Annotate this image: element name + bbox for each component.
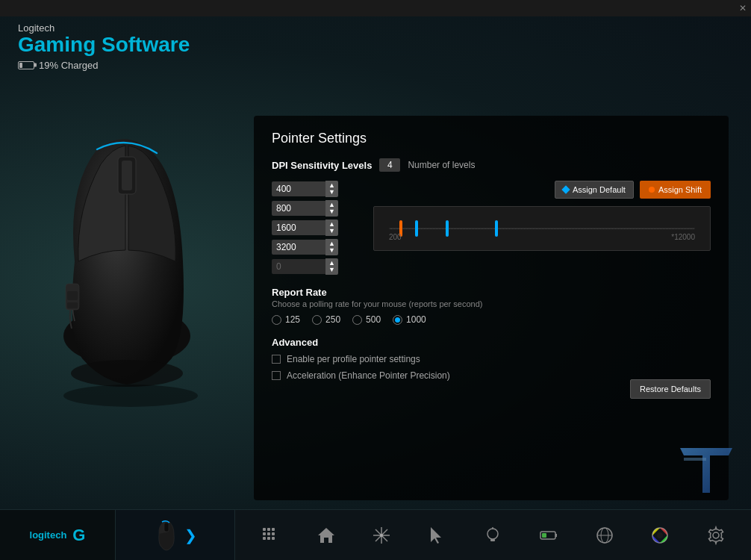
radio-500[interactable]: 500 xyxy=(352,314,381,325)
settings-gear-icon[interactable] xyxy=(704,523,728,547)
assign-shift-button[interactable]: Assign Shift xyxy=(640,181,711,199)
radio-250[interactable]: 250 xyxy=(312,314,340,325)
dpi-input-1[interactable] xyxy=(272,181,325,196)
taskbar: logitech G ❯ xyxy=(0,509,751,560)
grid-icon[interactable] xyxy=(258,523,282,547)
diamond-icon xyxy=(561,185,570,193)
dpi-arrow-2[interactable]: ▲▼ xyxy=(325,200,338,217)
checkbox-label-1: Enable per profile pointer settings xyxy=(287,354,420,364)
cursor-icon[interactable] xyxy=(426,523,449,547)
radio-label-500: 500 xyxy=(366,314,381,325)
dpi-section-label: DPI Sensitivity Levels xyxy=(272,160,372,171)
svg-rect-18 xyxy=(267,537,270,540)
taskbar-logo: logitech G xyxy=(0,510,116,561)
battery-status: 19% Charged xyxy=(18,60,190,71)
report-rate-label: Report Rate xyxy=(272,287,711,298)
dpi-row-4: ▲▼ xyxy=(272,239,361,255)
taskbar-mouse-icon xyxy=(153,517,180,553)
svg-rect-12 xyxy=(267,528,270,531)
titlebar: ✕ xyxy=(0,0,751,16)
color-wheel-icon[interactable] xyxy=(648,523,672,547)
pointer-settings-panel: Pointer Settings DPI Sensitivity Levels … xyxy=(254,116,729,500)
restore-defaults-button[interactable]: Restore Defaults xyxy=(630,379,711,399)
checkbox-box-1 xyxy=(272,355,281,364)
header: Logitech Gaming Software 19% Charged xyxy=(18,16,190,71)
checkbox-per-profile[interactable]: Enable per profile pointer settings xyxy=(272,354,711,364)
taskbar-icons-area xyxy=(235,523,751,547)
dpi-input-5[interactable] xyxy=(272,259,325,274)
svg-marker-26 xyxy=(431,527,441,544)
panel-title: Pointer Settings xyxy=(272,131,711,146)
dpi-row-1: ▲▼ xyxy=(272,181,361,197)
svg-rect-2 xyxy=(122,161,132,190)
dpi-input-4[interactable] xyxy=(272,240,325,255)
svg-rect-17 xyxy=(263,537,266,540)
svg-marker-9 xyxy=(684,458,706,461)
radio-outer-1000 xyxy=(393,315,402,325)
dpi-slider-area: Assign Default Assign Shift xyxy=(373,181,711,251)
slider-min-label: 200 xyxy=(389,233,402,241)
num-levels-badge: 4 xyxy=(379,158,400,172)
dpi-arrow-5[interactable]: ▲▼ xyxy=(325,258,338,275)
svg-rect-15 xyxy=(267,532,270,535)
svg-rect-10 xyxy=(164,523,169,532)
dpi-header: DPI Sensitivity Levels 4 Number of level… xyxy=(272,158,711,172)
logo-text: logitech xyxy=(30,529,67,541)
svg-rect-13 xyxy=(272,528,275,531)
dpi-row-3: ▲▼ xyxy=(272,220,361,236)
svg-point-38 xyxy=(713,532,719,538)
radio-label-1000: 1000 xyxy=(406,314,426,325)
assign-default-label: Assign Default xyxy=(573,185,626,194)
radio-label-125: 125 xyxy=(285,314,300,325)
svg-rect-5 xyxy=(67,302,78,308)
orange-dot-icon xyxy=(649,187,655,193)
close-button[interactable]: ✕ xyxy=(739,3,747,13)
assign-shift-label: Assign Shift xyxy=(658,185,702,194)
assign-default-button[interactable]: Assign Default xyxy=(555,181,634,199)
svg-rect-31 xyxy=(555,534,557,537)
svg-point-6 xyxy=(71,360,183,387)
dpi-row-5: ▲▼ xyxy=(272,258,361,275)
radio-outer-250 xyxy=(312,315,322,325)
svg-point-25 xyxy=(380,534,383,537)
globe-icon[interactable] xyxy=(593,523,617,547)
radio-125[interactable]: 125 xyxy=(272,314,300,325)
svg-rect-32 xyxy=(542,533,546,538)
home-icon[interactable] xyxy=(314,523,338,547)
radio-inner-1000 xyxy=(395,317,400,323)
svg-point-27 xyxy=(487,529,498,539)
num-levels-label: Number of levels xyxy=(408,160,475,170)
g-logo-icon: G xyxy=(72,526,85,545)
dpi-input-2[interactable] xyxy=(272,201,325,216)
bulb-icon[interactable] xyxy=(481,523,505,547)
dpi-input-3[interactable] xyxy=(272,220,325,235)
magic-icon[interactable] xyxy=(370,523,393,547)
report-rate-radio-group: 125 250 500 1000 xyxy=(272,314,711,325)
dpi-arrow-4[interactable]: ▲▼ xyxy=(325,239,338,255)
battery-body xyxy=(18,61,34,69)
radio-label-250: 250 xyxy=(325,314,340,325)
mouse-illustration xyxy=(0,90,254,448)
dpi-arrow-3[interactable]: ▲▼ xyxy=(325,220,338,236)
battery-icon xyxy=(18,61,34,69)
assign-buttons: Assign Default Assign Shift xyxy=(373,181,711,199)
slider-track-container[interactable]: 200 *12000 xyxy=(373,206,711,251)
svg-marker-8 xyxy=(680,448,732,493)
radio-outer-125 xyxy=(272,315,281,325)
svg-rect-19 xyxy=(272,537,275,540)
dpi-row-2: ▲▼ xyxy=(272,200,361,217)
battery-taskbar-icon[interactable] xyxy=(537,523,561,547)
taskbar-arrow-icon[interactable]: ❯ xyxy=(184,526,197,544)
brand-label: Logitech xyxy=(18,22,190,34)
report-rate-sublabel: Choose a polling rate for your mouse (re… xyxy=(272,299,711,308)
dpi-main: ▲▼ ▲▼ ▲▼ ▲▼ ▲▼ xyxy=(272,181,711,275)
taskbar-mouse-area: ❯ xyxy=(116,510,235,561)
checkbox-acceleration[interactable]: Acceleration (Enhance Pointer Precision) xyxy=(272,370,450,381)
dpi-arrow-1[interactable]: ▲▼ xyxy=(325,181,338,197)
svg-rect-14 xyxy=(263,532,266,535)
app-title: Gaming Software xyxy=(18,34,190,57)
svg-point-7 xyxy=(63,385,198,407)
radio-1000[interactable]: 1000 xyxy=(393,314,426,325)
mouse-image xyxy=(22,112,231,426)
battery-fill xyxy=(19,63,22,68)
